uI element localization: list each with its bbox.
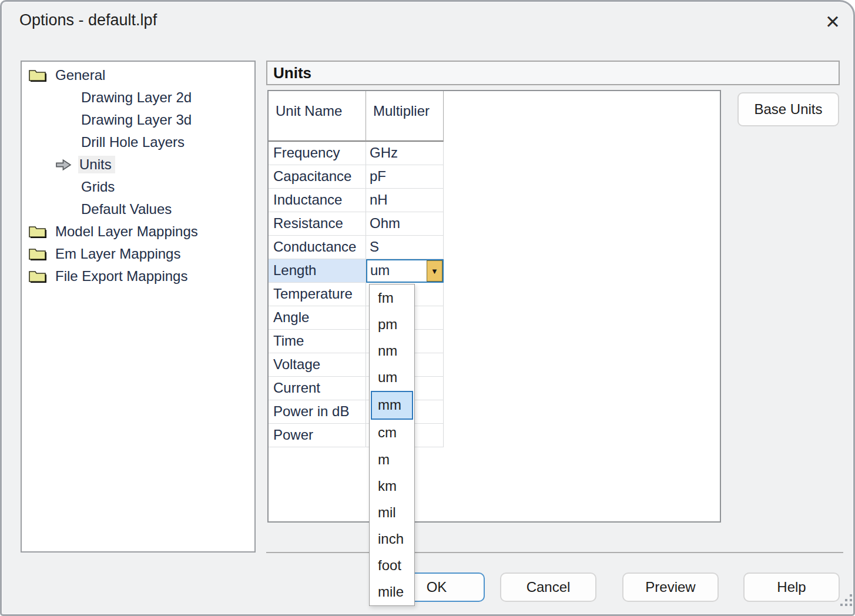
tree-item-default-values[interactable]: Default Values	[22, 198, 254, 220]
dropdown-item-pm[interactable]: pm	[370, 311, 414, 337]
unit-name-cell[interactable]: Power	[269, 424, 366, 447]
tree-item-label: General	[55, 67, 105, 83]
tree-item-label: Drawing Layer 2d	[81, 89, 192, 106]
options-dialog: Options - default.lpf ✕ General Drawing …	[0, 0, 855, 616]
table-row-voltage: Voltage	[269, 353, 444, 377]
multiplier-cell[interactable]: S	[366, 236, 443, 259]
unit-name-cell[interactable]: Time	[269, 330, 366, 353]
table-row-temperature: Temperature	[269, 283, 444, 306]
settings-tree: General Drawing Layer 2d Drawing Layer 3…	[21, 61, 256, 553]
dropdown-item-um[interactable]: um	[370, 364, 414, 391]
unit-name-cell[interactable]: Power in dB	[269, 400, 366, 423]
chevron-down-icon: ▼	[431, 267, 438, 276]
length-multiplier-combobox[interactable]: um ▼	[366, 259, 444, 283]
tree-item-label: Units	[78, 156, 115, 173]
table-row-power-in-db: Power in dB	[269, 400, 444, 424]
combobox-dropdown-button[interactable]: ▼	[427, 260, 442, 282]
multiplier-cell[interactable]: GHz	[366, 142, 443, 165]
dropdown-item-mm[interactable]: mm	[371, 391, 413, 420]
column-header-multiplier: Multiplier	[366, 91, 444, 142]
length-unit-dropdown: fm pm nm um mm cm m km mil inch foot mil…	[369, 284, 415, 606]
table-row-resistance: Resistance Ohm	[269, 212, 444, 236]
unit-name-cell[interactable]: Conductance	[269, 236, 366, 259]
multiplier-cell[interactable]: nH	[366, 189, 443, 212]
multiplier-cell[interactable]: pF	[366, 165, 443, 188]
dropdown-item-nm[interactable]: nm	[370, 337, 414, 364]
table-row-frequency: Frequency GHz	[269, 142, 444, 165]
help-button[interactable]: Help	[743, 573, 840, 602]
footer-separator	[266, 552, 843, 553]
folder-icon	[28, 68, 48, 83]
tree-item-units[interactable]: Units	[22, 153, 254, 176]
dropdown-item-foot[interactable]: foot	[370, 553, 414, 579]
tree-item-general[interactable]: General	[22, 64, 254, 86]
tree-item-file-export-mappings[interactable]: File Export Mappings	[22, 265, 254, 287]
table-row-inductance: Inductance nH	[269, 189, 444, 212]
unit-name-cell[interactable]: Capacitance	[269, 165, 366, 188]
close-icon: ✕	[825, 11, 840, 33]
tree-item-model-layer-mappings[interactable]: Model Layer Mappings	[22, 220, 254, 243]
multiplier-cell[interactable]: Ohm	[366, 212, 443, 235]
unit-name-cell[interactable]: Frequency	[269, 142, 366, 165]
unit-name-cell[interactable]: Inductance	[269, 189, 366, 212]
dropdown-item-inch[interactable]: inch	[370, 526, 414, 553]
preview-button[interactable]: Preview	[622, 573, 719, 602]
dropdown-item-km[interactable]: km	[370, 473, 414, 499]
unit-name-cell[interactable]: Length	[269, 259, 366, 282]
tree-item-label: Default Values	[81, 201, 172, 217]
panel-header: Units	[266, 61, 840, 85]
tree-item-label: File Export Mappings	[55, 268, 187, 284]
tree-item-drawing-layer-3d[interactable]: Drawing Layer 3d	[22, 109, 254, 131]
unit-name-cell[interactable]: Voltage	[269, 353, 366, 376]
close-button[interactable]: ✕	[819, 8, 847, 36]
tree-item-label: Em Layer Mappings	[55, 246, 180, 262]
unit-name-cell[interactable]: Angle	[269, 306, 366, 329]
table-row-capacitance: Capacitance pF	[269, 165, 444, 189]
tree-item-drawing-layer-2d[interactable]: Drawing Layer 2d	[22, 86, 254, 109]
dialog-title: Options - default.lpf	[19, 11, 157, 29]
dropdown-item-fm[interactable]: fm	[370, 284, 414, 311]
table-row-current: Current	[269, 377, 444, 400]
unit-name-cell[interactable]: Current	[269, 377, 366, 400]
base-units-button[interactable]: Base Units	[737, 92, 839, 126]
table-row-time: Time	[269, 330, 444, 353]
resize-grip[interactable]	[840, 604, 843, 606]
tree-item-label: Model Layer Mappings	[55, 223, 198, 240]
dropdown-item-mile[interactable]: mile	[370, 579, 414, 605]
folder-icon	[28, 269, 48, 284]
dropdown-item-mil[interactable]: mil	[370, 499, 414, 525]
combobox-value: um	[367, 260, 427, 282]
folder-icon	[28, 246, 48, 262]
tree-item-label: Drill Hole Layers	[81, 134, 185, 150]
dropdown-item-cm[interactable]: cm	[370, 420, 414, 446]
table-row-angle: Angle	[269, 306, 444, 330]
selected-arrow-icon	[56, 159, 72, 171]
tree-item-em-layer-mappings[interactable]: Em Layer Mappings	[22, 243, 254, 265]
column-header-unit-name: Unit Name	[269, 91, 366, 142]
page-title: Units	[273, 64, 311, 82]
table-row-power: Power	[269, 424, 444, 447]
table-row-conductance: Conductance S	[269, 236, 444, 259]
tree-item-drill-hole-layers[interactable]: Drill Hole Layers	[22, 131, 254, 153]
units-table: Unit Name Multiplier Frequency GHz Capac…	[267, 90, 721, 523]
dropdown-item-m[interactable]: m	[370, 446, 414, 473]
tree-item-grids[interactable]: Grids	[22, 176, 254, 198]
folder-icon	[28, 224, 48, 240]
screenshot: Options - default.lpf ✕ General Drawing …	[0, 0, 855, 616]
tree-item-label: Drawing Layer 3d	[81, 112, 192, 128]
tree-item-label: Grids	[81, 179, 115, 195]
cancel-button[interactable]: Cancel	[500, 573, 596, 602]
unit-name-cell[interactable]: Resistance	[269, 212, 366, 235]
unit-name-cell[interactable]: Temperature	[269, 283, 366, 306]
